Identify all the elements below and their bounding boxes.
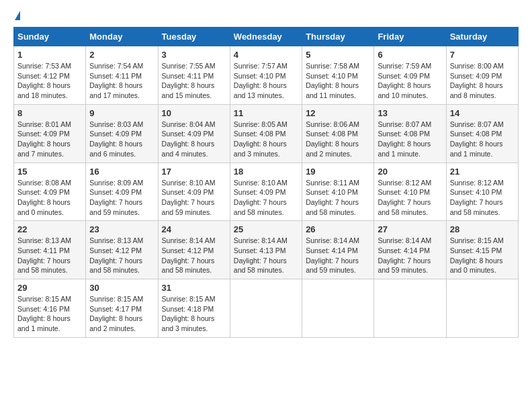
day-number: 15 — [17, 167, 82, 177]
calendar-day-cell: 13Sunrise: 8:07 AMSunset: 4:08 PMDayligh… — [374, 104, 446, 163]
calendar-day-cell: 12Sunrise: 8:06 AMSunset: 4:08 PMDayligh… — [302, 104, 374, 163]
calendar-day-cell: 19Sunrise: 8:11 AMSunset: 4:10 PMDayligh… — [302, 163, 374, 221]
day-number: 27 — [378, 224, 442, 234]
day-info: Sunrise: 7:53 AMSunset: 4:12 PMDaylight:… — [17, 61, 82, 101]
day-info: Sunrise: 8:07 AMSunset: 4:08 PMDaylight:… — [450, 120, 515, 159]
day-info: Sunrise: 8:12 AMSunset: 4:10 PMDaylight:… — [450, 178, 515, 218]
calendar-day-cell: 3Sunrise: 7:55 AMSunset: 4:11 PMDaylight… — [158, 46, 230, 105]
day-number: 21 — [450, 167, 515, 177]
day-number: 30 — [89, 283, 154, 293]
calendar-day-cell: 17Sunrise: 8:10 AMSunset: 4:09 PMDayligh… — [158, 163, 230, 221]
day-number: 22 — [17, 224, 82, 234]
calendar-day-cell: 8Sunrise: 8:01 AMSunset: 4:09 PMDaylight… — [14, 104, 86, 163]
calendar-empty-cell — [230, 279, 302, 338]
calendar-header-tuesday: Tuesday — [158, 28, 230, 46]
calendar-week-row: 22Sunrise: 8:13 AMSunset: 4:11 PMDayligh… — [14, 221, 519, 279]
day-number: 1 — [17, 50, 82, 60]
calendar-day-cell: 31Sunrise: 8:15 AMSunset: 4:18 PMDayligh… — [158, 279, 230, 338]
calendar-day-cell: 24Sunrise: 8:14 AMSunset: 4:12 PMDayligh… — [158, 221, 230, 279]
day-number: 28 — [450, 224, 515, 234]
calendar-table: SundayMondayTuesdayWednesdayThursdayFrid… — [13, 27, 519, 338]
day-info: Sunrise: 8:14 AMSunset: 4:12 PMDaylight:… — [162, 236, 226, 275]
day-info: Sunrise: 8:15 AMSunset: 4:18 PMDaylight:… — [162, 294, 226, 334]
calendar-empty-cell — [302, 279, 374, 338]
day-info: Sunrise: 8:06 AMSunset: 4:08 PMDaylight:… — [306, 120, 370, 159]
calendar-day-cell: 2Sunrise: 7:54 AMSunset: 4:11 PMDaylight… — [86, 46, 158, 105]
day-number: 11 — [234, 108, 298, 118]
day-number: 2 — [89, 50, 154, 60]
calendar-day-cell: 25Sunrise: 8:14 AMSunset: 4:13 PMDayligh… — [230, 221, 302, 279]
calendar-day-cell: 15Sunrise: 8:08 AMSunset: 4:09 PMDayligh… — [14, 163, 86, 221]
calendar-week-row: 1Sunrise: 7:53 AMSunset: 4:12 PMDaylight… — [14, 46, 519, 105]
day-info: Sunrise: 8:15 AMSunset: 4:16 PMDaylight:… — [17, 294, 82, 334]
day-info: Sunrise: 8:07 AMSunset: 4:08 PMDaylight:… — [378, 120, 442, 159]
day-number: 26 — [306, 224, 370, 234]
day-number: 14 — [450, 108, 515, 118]
day-number: 8 — [17, 108, 82, 118]
day-info: Sunrise: 7:54 AMSunset: 4:11 PMDaylight:… — [89, 61, 154, 101]
calendar-header-friday: Friday — [374, 28, 446, 46]
calendar-header-row: SundayMondayTuesdayWednesdayThursdayFrid… — [14, 28, 519, 46]
day-number: 18 — [234, 167, 298, 177]
logo — [13, 11, 20, 20]
calendar-day-cell: 20Sunrise: 8:12 AMSunset: 4:10 PMDayligh… — [374, 163, 446, 221]
day-info: Sunrise: 7:59 AMSunset: 4:09 PMDaylight:… — [378, 61, 442, 101]
day-number: 9 — [89, 108, 154, 118]
day-info: Sunrise: 8:15 AMSunset: 4:15 PMDaylight:… — [450, 236, 515, 275]
day-info: Sunrise: 8:12 AMSunset: 4:10 PMDaylight:… — [378, 178, 442, 218]
calendar-week-row: 29Sunrise: 8:15 AMSunset: 4:16 PMDayligh… — [14, 279, 519, 338]
calendar-day-cell: 18Sunrise: 8:10 AMSunset: 4:09 PMDayligh… — [230, 163, 302, 221]
day-number: 4 — [234, 50, 298, 60]
day-number: 24 — [162, 224, 226, 234]
day-number: 16 — [89, 167, 154, 177]
calendar-day-cell: 6Sunrise: 7:59 AMSunset: 4:09 PMDaylight… — [374, 46, 446, 105]
calendar-day-cell: 11Sunrise: 8:05 AMSunset: 4:08 PMDayligh… — [230, 104, 302, 163]
calendar-day-cell: 4Sunrise: 7:57 AMSunset: 4:10 PMDaylight… — [230, 46, 302, 105]
calendar-day-cell: 29Sunrise: 8:15 AMSunset: 4:16 PMDayligh… — [14, 279, 86, 338]
day-number: 29 — [17, 283, 82, 293]
day-info: Sunrise: 8:10 AMSunset: 4:09 PMDaylight:… — [234, 178, 298, 218]
day-number: 20 — [378, 167, 442, 177]
header — [13, 11, 519, 20]
day-info: Sunrise: 8:04 AMSunset: 4:09 PMDaylight:… — [162, 120, 226, 159]
calendar-day-cell: 9Sunrise: 8:03 AMSunset: 4:09 PMDaylight… — [86, 104, 158, 163]
calendar-day-cell: 28Sunrise: 8:15 AMSunset: 4:15 PMDayligh… — [446, 221, 518, 279]
day-number: 23 — [89, 224, 154, 234]
calendar-header-saturday: Saturday — [446, 28, 518, 46]
day-number: 10 — [162, 108, 226, 118]
day-info: Sunrise: 8:10 AMSunset: 4:09 PMDaylight:… — [162, 178, 226, 218]
calendar-day-cell: 26Sunrise: 8:14 AMSunset: 4:14 PMDayligh… — [302, 221, 374, 279]
day-number: 5 — [306, 50, 370, 60]
calendar-day-cell: 22Sunrise: 8:13 AMSunset: 4:11 PMDayligh… — [14, 221, 86, 279]
day-number: 6 — [378, 50, 442, 60]
day-info: Sunrise: 8:05 AMSunset: 4:08 PMDaylight:… — [234, 120, 298, 159]
calendar-empty-cell — [446, 279, 518, 338]
day-info: Sunrise: 7:58 AMSunset: 4:10 PMDaylight:… — [306, 61, 370, 101]
calendar-day-cell: 1Sunrise: 7:53 AMSunset: 4:12 PMDaylight… — [14, 46, 86, 105]
day-info: Sunrise: 8:09 AMSunset: 4:09 PMDaylight:… — [89, 178, 154, 218]
day-number: 13 — [378, 108, 442, 118]
day-info: Sunrise: 8:13 AMSunset: 4:12 PMDaylight:… — [89, 236, 154, 275]
calendar-day-cell: 7Sunrise: 8:00 AMSunset: 4:09 PMDaylight… — [446, 46, 518, 105]
day-info: Sunrise: 8:01 AMSunset: 4:09 PMDaylight:… — [17, 120, 82, 159]
day-info: Sunrise: 8:13 AMSunset: 4:11 PMDaylight:… — [17, 236, 82, 275]
day-number: 3 — [162, 50, 226, 60]
day-number: 7 — [450, 50, 515, 60]
day-number: 12 — [306, 108, 370, 118]
calendar-header-thursday: Thursday — [302, 28, 374, 46]
calendar-empty-cell — [374, 279, 446, 338]
day-info: Sunrise: 8:14 AMSunset: 4:14 PMDaylight:… — [378, 236, 442, 275]
day-info: Sunrise: 8:11 AMSunset: 4:10 PMDaylight:… — [306, 178, 370, 218]
calendar-day-cell: 23Sunrise: 8:13 AMSunset: 4:12 PMDayligh… — [86, 221, 158, 279]
logo-triangle-icon — [15, 11, 20, 20]
calendar-day-cell: 5Sunrise: 7:58 AMSunset: 4:10 PMDaylight… — [302, 46, 374, 105]
calendar-day-cell: 16Sunrise: 8:09 AMSunset: 4:09 PMDayligh… — [86, 163, 158, 221]
calendar-day-cell: 10Sunrise: 8:04 AMSunset: 4:09 PMDayligh… — [158, 104, 230, 163]
calendar-day-cell: 21Sunrise: 8:12 AMSunset: 4:10 PMDayligh… — [446, 163, 518, 221]
day-number: 17 — [162, 167, 226, 177]
calendar-day-cell: 14Sunrise: 8:07 AMSunset: 4:08 PMDayligh… — [446, 104, 518, 163]
day-number: 31 — [162, 283, 226, 293]
calendar-header-sunday: Sunday — [14, 28, 86, 46]
calendar-day-cell: 30Sunrise: 8:15 AMSunset: 4:17 PMDayligh… — [86, 279, 158, 338]
day-info: Sunrise: 7:55 AMSunset: 4:11 PMDaylight:… — [162, 61, 226, 101]
